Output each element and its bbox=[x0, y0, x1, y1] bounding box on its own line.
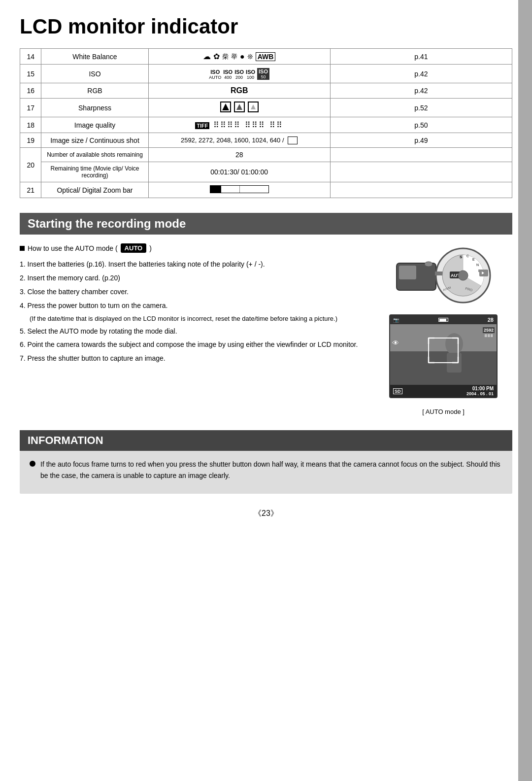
table-row: Remaining time (Movie clip/ Voice record… bbox=[20, 162, 512, 182]
quality-fine-dots: ⠿⠿⠿⠿ bbox=[213, 121, 241, 129]
table-row: 15 ISO ISO AUTO ISO 400 ISO 200 bbox=[20, 65, 512, 83]
zoom-bar-container bbox=[210, 185, 269, 193]
lcd-battery-bar bbox=[438, 318, 448, 322]
table-row: 14 White Balance ☁ ✿ 柴 举 ● ❊ AWB p.41 bbox=[20, 49, 512, 65]
table-row: 20 Number of available shots remaining 2… bbox=[20, 148, 512, 162]
row-indicator bbox=[148, 182, 330, 198]
auto-mode-text-end: ) bbox=[149, 244, 152, 252]
recording-section: Starting the recording mode How to use t… bbox=[20, 213, 512, 415]
lcd-left-icons: 👁 bbox=[392, 339, 399, 347]
iso-400: ISO 400 bbox=[223, 69, 233, 80]
instructions-block: How to use the AUTO mode ( AUTO ) 1. Ins… bbox=[20, 243, 512, 415]
lcd-quality-icon: ⠿⠿⠿ bbox=[484, 334, 493, 339]
information-section: INFORMATION If the auto focus frame turn… bbox=[20, 430, 512, 494]
wb-cloud-icon: ● bbox=[240, 52, 245, 61]
table-row: 21 Optical/ Digital Zoom bar bbox=[20, 182, 512, 198]
row-indicator: ☁ ✿ 柴 举 ● ❊ AWB bbox=[148, 49, 330, 65]
wb-fluor2-icon: 举 bbox=[231, 52, 237, 61]
lcd-content: 2592 ⠿⠿⠿ 👁 bbox=[390, 324, 497, 378]
list-item: 4. Press the power button to turn on the… bbox=[20, 300, 360, 312]
camera-diagrams: S C E N E AUTO PRO A/S/M bbox=[374, 243, 512, 415]
row-label: Number of available shots remaining bbox=[41, 148, 148, 162]
wb-indoor-icon: ☁ bbox=[203, 52, 211, 61]
row-page: p.42 bbox=[330, 65, 512, 83]
row-label: ISO bbox=[41, 65, 148, 83]
row-page: p.49 bbox=[330, 133, 512, 148]
lcd-res-icon: 2592 bbox=[483, 327, 495, 333]
iso-100: ISO 100 bbox=[246, 69, 255, 80]
instructions-list: 1. Insert the batteries (p.16). Insert t… bbox=[20, 259, 360, 365]
lcd-eye-icon: 👁 bbox=[392, 339, 399, 347]
row-num: 14 bbox=[20, 49, 41, 65]
row-indicator: 28 bbox=[148, 148, 330, 162]
row-num: 17 bbox=[20, 99, 41, 117]
table-row: 19 Image size / Continuous shot 2592, 22… bbox=[20, 133, 512, 148]
lcd-right-icons: 2592 ⠿⠿⠿ bbox=[483, 327, 495, 339]
list-item: 2. Insert the memory card. (p.20) bbox=[20, 272, 360, 284]
continuous-icon bbox=[288, 136, 298, 144]
svg-marker-1 bbox=[222, 103, 229, 110]
recording-section-header: Starting the recording mode bbox=[20, 213, 512, 235]
wb-sun-icon: ✿ bbox=[213, 52, 220, 61]
list-item-sub: (If the date/time that is displayed on t… bbox=[20, 313, 360, 324]
row-page: p.50 bbox=[330, 117, 512, 133]
row-num: 18 bbox=[20, 117, 41, 133]
zoom-bar bbox=[210, 185, 269, 193]
page-title: LCD monitor indicator bbox=[20, 15, 512, 38]
sidebar-strip bbox=[518, 0, 532, 781]
list-item: 1. Insert the batteries (p.16). Insert t… bbox=[20, 259, 360, 271]
information-section-header: INFORMATION bbox=[20, 430, 512, 451]
row-indicator: 2592, 2272, 2048, 1600, 1024, 640 / bbox=[148, 133, 330, 148]
indicator-table: 14 White Balance ☁ ✿ 柴 举 ● ❊ AWB p.41 15… bbox=[20, 48, 512, 198]
black-square-icon bbox=[20, 246, 25, 251]
quality-normal-dots: ⠿⠿⠿ bbox=[245, 121, 266, 129]
row-indicator: 00:01:30/ 01:00:00 bbox=[148, 162, 330, 182]
svg-marker-3 bbox=[236, 104, 242, 110]
list-item: 5. Select the AUTO mode by rotating the … bbox=[20, 326, 360, 338]
svg-rect-23 bbox=[435, 272, 442, 275]
svg-text:E: E bbox=[472, 258, 475, 261]
info-bullet bbox=[30, 461, 35, 467]
wb-flash-icon: ❊ bbox=[247, 53, 253, 61]
svg-text:S: S bbox=[460, 255, 463, 259]
info-text: If the auto focus frame turns to red whe… bbox=[40, 459, 502, 481]
svg-rect-26 bbox=[390, 351, 497, 378]
lcd-shots-count: 28 bbox=[488, 317, 494, 323]
iso-200: ISO 200 bbox=[234, 69, 244, 80]
page-number: 《23》 bbox=[20, 509, 512, 519]
svg-marker-5 bbox=[251, 104, 256, 109]
lcd-bottom-bar: SD 01:00 PM 2004 . 05 . 01 bbox=[390, 385, 497, 397]
auto-mode-label: How to use the AUTO mode ( AUTO ) bbox=[20, 243, 360, 253]
svg-point-8 bbox=[425, 262, 432, 267]
row-page bbox=[330, 162, 512, 182]
mode-dial-svg: S C E N E AUTO PRO A/S/M bbox=[392, 243, 495, 307]
lcd-sd-icon: SD bbox=[393, 388, 402, 394]
table-row: 17 Sharpness bbox=[20, 99, 512, 117]
list-item: 6. Point the camera towards the subject … bbox=[20, 339, 360, 351]
lcd-camera-icon: 📷 bbox=[393, 317, 399, 323]
svg-point-27 bbox=[445, 333, 463, 355]
svg-text:N: N bbox=[476, 263, 479, 267]
row-page bbox=[330, 182, 512, 198]
row-page: p.42 bbox=[330, 83, 512, 99]
wb-fluor1-icon: 柴 bbox=[222, 52, 229, 61]
list-item: 3. Close the battery chamber cover. bbox=[20, 286, 360, 298]
list-item: 7. Press the shutter button to capture a… bbox=[20, 353, 360, 365]
wb-awb-badge: AWB bbox=[256, 52, 276, 61]
zoom-divider bbox=[239, 186, 240, 193]
lcd-caption: [ AUTO mode ] bbox=[422, 408, 465, 415]
lcd-time: 01:00 PM bbox=[466, 386, 494, 391]
row-num: 19 bbox=[20, 133, 41, 148]
lcd-preview: 📷 28 bbox=[389, 314, 498, 398]
sharp-icon-3 bbox=[248, 102, 259, 112]
row-label: Image quality bbox=[41, 117, 148, 133]
row-indicator bbox=[148, 99, 330, 117]
iso-auto: ISO AUTO bbox=[209, 69, 221, 80]
quality-basic-dots: ⠿⠿ bbox=[269, 121, 283, 129]
information-content: If the auto focus frame turns to red whe… bbox=[20, 451, 512, 494]
svg-rect-7 bbox=[399, 266, 416, 279]
tiff-badge: TIFF bbox=[195, 122, 209, 129]
row-page: p.41 bbox=[330, 49, 512, 65]
sharp-icon-2 bbox=[234, 102, 245, 112]
row-label: White Balance bbox=[41, 49, 148, 65]
